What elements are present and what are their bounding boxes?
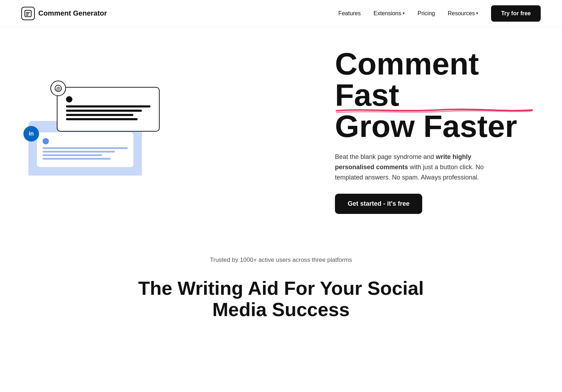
threads-line-2 (66, 110, 142, 112)
linkedin-icon: in (23, 126, 39, 142)
underline-decoration (335, 107, 534, 114)
threads-icon: @ (50, 81, 66, 96)
logo[interactable]: Comment Generator (21, 7, 107, 20)
threads-line-1 (66, 105, 150, 107)
navbar: Comment Generator Features Extensions ▾ … (0, 0, 562, 27)
logo-icon (21, 7, 35, 20)
threads-line-4 (66, 118, 138, 120)
svg-text:@: @ (56, 86, 60, 91)
hero-text: Comment Fast Grow Faster Beat the blank … (314, 48, 534, 214)
hero-title: Comment Fast Grow Faster (335, 48, 534, 142)
linkedin-line-1 (43, 147, 128, 149)
threads-card: @ (57, 87, 160, 132)
hero-description: Beat the blank page syndrome and write h… (335, 152, 491, 182)
linkedin-inner-card (37, 132, 133, 167)
linkedin-line-4 (43, 158, 111, 160)
linkedin-line-2 (43, 151, 115, 153)
nav-links: Features Extensions ▾ Pricing Resources … (338, 5, 541, 22)
section-title-area: The Writing Aid For Your Social Media Su… (0, 271, 562, 341)
svg-rect-2 (26, 13, 29, 14)
hero-illustration: @ in (28, 87, 213, 176)
nav-resources[interactable]: Resources ▾ (448, 10, 478, 17)
nav-pricing[interactable]: Pricing (418, 10, 435, 17)
linkedin-avatar (43, 138, 49, 144)
logo-text: Comment Generator (38, 9, 107, 17)
threads-avatar (66, 96, 72, 103)
linkedin-line-3 (43, 154, 102, 156)
svg-rect-1 (26, 12, 30, 13)
hero-title-line2: Grow Faster (335, 109, 517, 144)
hero-section: @ in Comment Fast (0, 27, 562, 242)
social-proof: Trusted by 1000+ active users across thr… (0, 242, 562, 271)
extensions-chevron-icon: ▾ (403, 11, 405, 16)
resources-chevron-icon: ▾ (476, 11, 478, 16)
try-for-free-button[interactable]: Try for free (491, 5, 541, 22)
threads-line-3 (66, 114, 133, 116)
nav-features[interactable]: Features (338, 10, 361, 17)
get-started-button[interactable]: Get started - it's free (335, 194, 422, 214)
section-title: The Writing Aid For Your Social Media Su… (7, 278, 555, 320)
svg-rect-3 (26, 15, 28, 16)
nav-extensions[interactable]: Extensions ▾ (374, 10, 405, 17)
hero-title-line1: Comment Fast (335, 48, 534, 111)
